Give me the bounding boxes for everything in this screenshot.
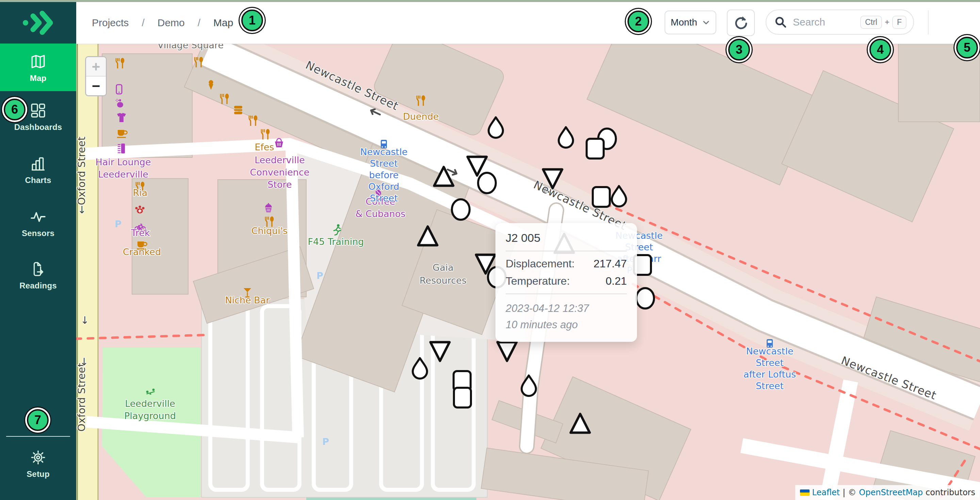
tooltip-divider — [506, 294, 627, 294]
tooltip-row-value: 0.21 — [606, 275, 627, 287]
map-label-duende: Duende — [403, 111, 439, 122]
breadcrumb-separator: / — [198, 17, 200, 29]
map-zoom-control: + − — [85, 56, 107, 96]
sidebar-divider — [6, 436, 70, 437]
sensor-marker-square[interactable] — [587, 139, 604, 159]
refresh-icon — [733, 14, 749, 31]
map-label-oxford-arrow-2: ↓ — [80, 356, 88, 368]
map-label-oxford-street-upper: ←Oxford Street — [76, 137, 88, 214]
sensor-tooltip: J2 005 Displacement: 217.47 Temperature:… — [495, 223, 637, 342]
burger-icon — [234, 106, 242, 114]
breadcrumb-projects[interactable]: Projects — [92, 17, 129, 29]
annotation-badge-number: 5 — [964, 40, 970, 55]
search-placeholder: Search — [793, 16, 860, 28]
tooltip-datetime: 2023-04-12 12:37 — [506, 300, 627, 317]
annotation-badge-5: 5 — [956, 37, 978, 59]
map-label-cranked: Cranked — [123, 247, 161, 257]
shortcut-plus: + — [885, 17, 889, 27]
annotation-badge-number: 7 — [34, 413, 41, 427]
tooltip-timestamp: 2023-04-12 12:37 10 minutes ago — [506, 300, 627, 333]
annotation-badge-number: 1 — [249, 13, 256, 27]
annotation-badge-1: 1 — [241, 10, 263, 31]
sidebar-item-charts[interactable]: Charts — [0, 156, 76, 185]
map-label-niche-bar: Niche Bar — [225, 295, 270, 305]
map-label-parking-p-2: P — [317, 270, 323, 281]
annotation-badge-7: 7 — [27, 409, 49, 431]
logo-icon — [21, 6, 56, 40]
tooltip-row-label: Displacement: — [506, 257, 575, 270]
map-attribution: Leaflet | © OpenStreetMap contributors — [795, 485, 980, 500]
search-input[interactable]: Search Ctrl + F — [765, 10, 914, 35]
map-canvas[interactable]: Village SquareNewcastle StreetNewcastle … — [76, 44, 980, 500]
annotation-badge-4: 4 — [869, 39, 891, 60]
zoom-out-button[interactable]: − — [86, 76, 106, 95]
map-label-oxford-street-lower: Oxford Street — [76, 363, 88, 432]
map-label-efes: Efes — [255, 142, 274, 152]
map-label-village-square: Village Square — [158, 44, 224, 50]
sensor-marker-circle[interactable] — [452, 199, 469, 220]
map-label-oxford-arrow-1: ↓ — [80, 314, 89, 326]
tooltip-row-value: 217.47 — [593, 257, 627, 270]
sidebar-item-label: Setup — [0, 469, 76, 479]
tooltip-row-label: Temperature: — [506, 275, 570, 287]
sidebar-item-setup[interactable]: Setup — [0, 450, 76, 479]
refresh-button[interactable] — [727, 10, 755, 36]
period-select-value: Month — [671, 17, 697, 28]
sidebar-item-label: Dashboards — [0, 122, 76, 132]
map-label-chiquis: Chiqui's — [251, 225, 288, 236]
sidebar-item-label: Readings — [0, 281, 76, 290]
annotation-badge-number: 2 — [635, 14, 642, 29]
tooltip-relative-time: 10 minutes ago — [506, 317, 627, 333]
app-logo — [0, 2, 76, 44]
breadcrumb: Projects / Demo / Map — [92, 2, 233, 44]
sidebar-item-sensors[interactable]: Sensors — [0, 209, 76, 238]
chevron-down-icon — [702, 18, 710, 27]
tooltip-divider — [506, 251, 627, 251]
sensors-icon — [30, 209, 46, 224]
tooltip-row-displacement: Displacement: 217.47 — [506, 257, 627, 270]
sidebar-item-label: Charts — [0, 176, 76, 185]
map-label-f45-training: F45 Training — [308, 237, 364, 247]
breadcrumb-map[interactable]: Map — [213, 17, 233, 29]
tooltip-row-temperature: Temperature: 0.21 — [506, 275, 627, 287]
tooltip-title: J2 005 — [506, 231, 627, 244]
annotation-badge-number: 6 — [11, 102, 18, 117]
breadcrumb-demo[interactable]: Demo — [158, 17, 185, 29]
attribution-divider: | — [843, 488, 845, 497]
setup-icon — [30, 450, 46, 465]
sensor-marker-circle[interactable] — [636, 288, 654, 308]
annotation-badge-2: 2 — [627, 11, 649, 32]
period-select[interactable]: Month — [665, 11, 716, 34]
ukraine-flag-icon — [800, 489, 810, 496]
sensor-marker-square[interactable] — [593, 187, 610, 207]
map-icon — [30, 54, 46, 69]
search-icon — [774, 15, 788, 29]
map-label-ria: Ria — [133, 187, 148, 198]
readings-icon — [30, 261, 46, 277]
annotation-badge-3: 3 — [728, 39, 750, 60]
shortcut-key-f: F — [892, 16, 907, 29]
sensor-marker-circle[interactable] — [478, 173, 496, 193]
sidebar-item-readings[interactable]: Readings — [0, 261, 76, 290]
charts-icon — [30, 156, 46, 171]
sidebar-item-label: Sensors — [0, 229, 76, 238]
window-top-strip — [0, 0, 980, 2]
sidebar-item-label: Map — [0, 73, 76, 83]
attribution-copyright: © — [848, 488, 856, 497]
shortcut-key-ctrl: Ctrl — [860, 16, 882, 29]
dashboards-icon — [30, 103, 46, 118]
map-label-parking-p-3: P — [322, 437, 329, 447]
map-label-parking-p-1: P — [115, 219, 121, 229]
sensor-marker-square[interactable] — [454, 388, 471, 408]
topbar: Projects / Demo / Map Month Search Ctrl … — [76, 2, 980, 44]
sidebar-item-map[interactable]: Map — [0, 44, 76, 91]
annotation-badge-number: 4 — [877, 43, 884, 57]
attribution-contributors: contributors — [926, 488, 975, 497]
annotation-badge-6: 6 — [4, 98, 25, 121]
annotation-badge-number: 3 — [736, 43, 743, 57]
openstreetmap-link[interactable]: OpenStreetMap — [859, 488, 923, 497]
map-label-trek: Trek — [130, 227, 150, 238]
zoom-in-button[interactable]: + — [86, 57, 106, 76]
breadcrumb-separator: / — [142, 17, 144, 29]
leaflet-link[interactable]: Leaflet — [812, 488, 840, 497]
